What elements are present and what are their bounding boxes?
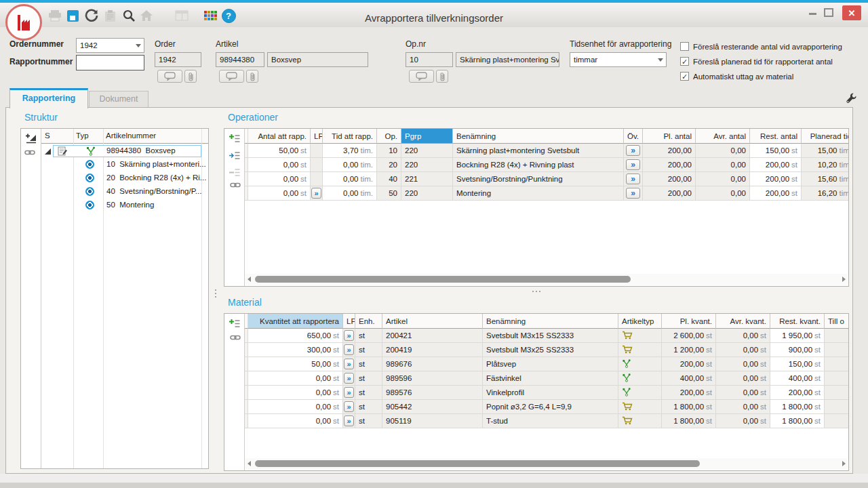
refresh-button[interactable] [84,8,99,23]
close-button[interactable]: ✕ [842,5,861,20]
kvantitet-cell[interactable]: 0,00st [248,414,343,428]
column-lp[interactable]: LP [343,314,355,329]
column-antal-att-rapp[interactable]: Antal att rapp. [248,129,311,144]
help-button[interactable]: ? [221,8,236,23]
kvantitet-cell[interactable]: 50,00st [248,357,343,371]
save-button[interactable] [65,8,80,23]
rest-kvant-cell[interactable]: 1 950,00st [770,329,825,343]
tree-root-row[interactable]: 98944380 Boxsvep [41,144,208,158]
rest-antal-cell[interactable]: 200,00st [750,158,802,172]
order-comment-button[interactable] [157,70,182,83]
column-op[interactable]: Op. [377,129,401,144]
column-benamning[interactable]: Benämning [483,314,618,329]
tree-operation-row[interactable]: 50 Montering [41,199,208,212]
rest-kvant-cell[interactable]: 1 800,00st [770,414,825,428]
column-pgrp[interactable]: Pgrp [401,129,453,144]
column-kvantitet[interactable]: Kvantitet att rapportera [248,314,343,329]
checkbox-box[interactable]: ✓ [680,42,689,51]
rapportnummer-input[interactable] [76,55,144,70]
add-row-button[interactable] [229,134,240,143]
material-row[interactable]: 300,00st » st 200419 Svetsbult M3x25 SS2… [245,343,848,357]
antal-att-rapp-cell[interactable]: 0,00st [248,158,311,172]
scroll-left-icon[interactable] [248,461,251,466]
tid-att-rapp-cell[interactable]: 0,00tim. [323,186,377,201]
pgrp-cell[interactable]: 220 220 [401,144,453,158]
antal-att-rapp-cell[interactable]: 50,00st [248,144,311,158]
column-avr-kvant[interactable]: Avr. kvant. [716,314,770,329]
scrollbar-thumb[interactable] [255,460,700,467]
search-button[interactable] [121,8,136,23]
column-rest-kvant[interactable]: Rest. kvant. [770,314,825,329]
column-tid-att-rapp[interactable]: Tid att rapp. [323,129,377,144]
ordernummer-combobox[interactable]: 1942 [76,38,144,53]
tid-att-rapp-cell[interactable]: 3,70tim. [323,144,377,158]
column-pl-antal[interactable]: Pl. antal [643,129,696,144]
tab-rapportering[interactable]: Rapportering [9,88,88,108]
checkbox-row-foresla-resterande[interactable]: ✓ Föreslå resterande antal vid avrapport… [680,42,842,51]
scroll-right-icon[interactable] [842,277,846,282]
minimize-button[interactable] [807,11,818,16]
pgrp-cell[interactable]: 220 220 [401,158,453,172]
tidsenhet-combobox[interactable]: timmar [570,52,667,67]
antal-att-rapp-cell[interactable]: 0,00st [248,172,311,186]
scrollbar-thumb[interactable] [255,276,631,283]
operation-row[interactable]: 0,00st » 0,00tim. 50 220 220 Montering »… [245,186,848,201]
tid-att-rapp-cell[interactable]: 0,00tim. [323,158,377,172]
maximize-button[interactable] [823,7,834,17]
link-button[interactable] [229,333,241,342]
overview-forward-button[interactable]: » [626,174,640,184]
edit-structure-button[interactable] [24,133,37,144]
kvantitet-cell[interactable]: 0,00st [248,371,343,386]
operation-row[interactable]: 0,00st » 0,00tim. 20 220 220 Bockning R2… [245,158,848,172]
rest-kvant-cell[interactable]: 150,00st [770,357,825,371]
column-enh[interactable]: Enh. [355,314,382,329]
material-row[interactable]: 0,00st » st 905119 T-stud 1 800,00st 0,0… [245,414,848,428]
link-button[interactable] [24,148,36,157]
tree-operation-row[interactable]: 20 Bockning R28 (4x) + Ri... [41,171,208,185]
overview-forward-button[interactable]: » [626,188,640,199]
column-till-op[interactable]: Till o [825,314,848,329]
horizontal-splitter-grip[interactable] [532,291,540,292]
rest-antal-cell[interactable]: 200,00st [750,172,802,186]
order-attachment-button[interactable] [184,70,197,83]
rest-kvant-cell[interactable]: 400,00st [770,371,825,386]
kvantitet-cell[interactable]: 0,00st [248,386,343,400]
artikel-attachment-button[interactable] [246,70,258,83]
scroll-right-icon[interactable] [842,461,846,466]
kvantitet-cell[interactable]: 650,00st [248,329,343,343]
insert-row-button[interactable] [229,150,240,160]
rest-antal-cell[interactable]: 200,00st [750,186,802,201]
settings-wrench-button[interactable] [845,92,857,104]
kvantitet-cell[interactable]: 300,00st [248,343,343,357]
rest-antal-cell[interactable]: 150,00st [750,144,802,158]
pgrp-cell[interactable]: 221 221 [401,172,453,186]
checkbox-row-foresla-planerad-tid[interactable]: ✓ Föreslå planerad tid för rapporterat a… [680,57,833,66]
lp-forward-button[interactable]: » [344,387,354,398]
tab-dokument[interactable]: Dokument [89,91,149,107]
material-row[interactable]: 0,00st » st 989596 Fästvinkel 400,00st 0… [245,371,848,386]
modules-grid-button[interactable] [203,8,218,23]
artikel-comment-button[interactable] [219,70,244,83]
column-ov[interactable]: Öv. [624,129,643,144]
pgrp-cell[interactable]: 220 220 [401,186,453,201]
column-avr-antal[interactable]: Avr. antal [696,129,750,144]
checkbox-box[interactable]: ✓ [680,72,689,81]
operationer-hscrollbar[interactable] [245,274,848,285]
expander-icon[interactable] [45,148,51,155]
material-hscrollbar[interactable] [245,458,848,469]
opnr-comment-button[interactable] [409,70,434,83]
overview-forward-button[interactable]: » [626,159,640,170]
column-lp[interactable]: LP [311,129,323,144]
lp-forward-button[interactable]: » [344,401,354,412]
checkbox-row-automatiskt-uttag[interactable]: ✓ Automatiskt uttag av material [680,72,793,81]
checkbox-box[interactable]: ✓ [680,57,689,66]
tid-att-rapp-cell[interactable]: 0,00tim. [323,172,377,186]
lp-forward-button[interactable]: » [344,415,354,426]
column-benamning[interactable]: Benämning [453,129,624,144]
rest-kvant-cell[interactable]: 900,00st [770,343,825,357]
link-button[interactable] [229,181,241,189]
tree-operation-row[interactable]: 10 Skärning plast+monteri... [41,158,208,171]
column-pl-kvant[interactable]: Pl. kvant. [662,314,716,329]
kvantitet-cell[interactable]: 0,00st [248,400,343,414]
column-artikeltyp[interactable]: Artikeltyp [618,314,662,329]
